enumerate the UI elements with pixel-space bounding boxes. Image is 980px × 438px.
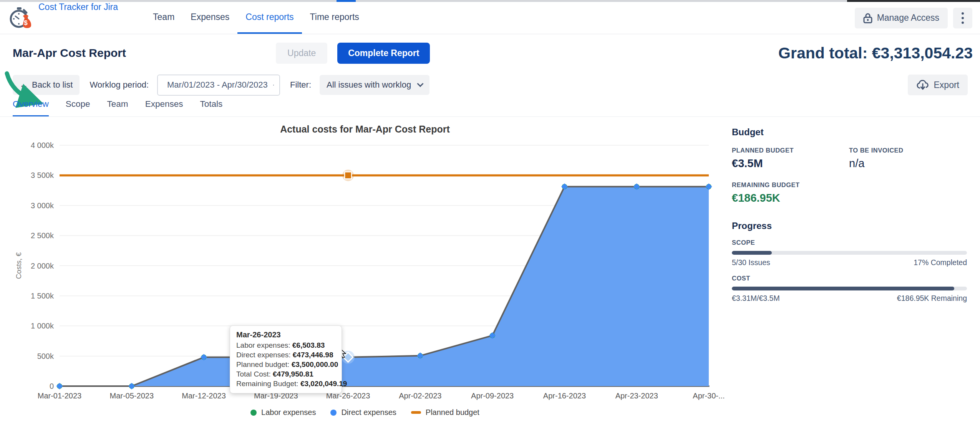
tooltip-row: Planned budget: €3,500,000.00: [236, 360, 335, 369]
nav-time-reports[interactable]: Time reports: [302, 2, 367, 34]
worklog-period-label: Worklog period:: [90, 80, 149, 90]
labor-expenses-dot-icon: [250, 410, 257, 416]
actual-costs-chart[interactable]: 0500k1 000k1 500k2 000k2 500k3 000k3 500…: [0, 138, 730, 405]
complete-report-button[interactable]: Complete Report: [337, 43, 430, 64]
issues-filter-select[interactable]: All issues with worklog: [320, 75, 429, 95]
grand-total: Grand total: €3,313,054.23: [778, 44, 973, 62]
cost-progress-left: €3.31M/€3.5M: [732, 294, 780, 303]
budget-heading: Budget: [732, 127, 973, 138]
svg-text:1 000k: 1 000k: [31, 322, 54, 330]
to-be-invoiced-block: TO BE INVOICED n/a: [849, 147, 973, 170]
filter-label: Filter:: [290, 80, 311, 90]
scope-label: SCOPE: [732, 239, 973, 246]
tooltip-row: Labor expenses: €6,503.83: [236, 340, 335, 350]
export-button[interactable]: Export: [908, 75, 968, 95]
update-button[interactable]: Update: [276, 43, 327, 64]
app-name: Cost Tracker for Jira: [38, 2, 118, 34]
cost-progress-bar: [732, 287, 967, 290]
cost-progress-fill: [732, 287, 954, 290]
svg-text:3 000k: 3 000k: [31, 201, 54, 210]
chart-tooltip: Mar-26-2023 Labor expenses: €6,503.83 Di…: [230, 325, 342, 393]
tooltip-date: Mar-26-2023: [236, 330, 335, 339]
legend-labor-expenses[interactable]: Labor expenses: [250, 408, 316, 417]
header-actions: Manage Access: [855, 2, 980, 34]
svg-text:Apr-16-2023: Apr-16-2023: [543, 392, 586, 400]
to-be-invoiced-label: TO BE INVOICED: [849, 147, 973, 154]
nav-cost-reports[interactable]: Cost reports: [237, 2, 302, 34]
planned-budget-block: PLANNED BUDGET €3.5M: [732, 147, 849, 170]
tab-totals[interactable]: Totals: [200, 99, 222, 117]
scope-progress-fill: [732, 251, 772, 255]
title-row: Mar-Apr Cost Report Update Complete Repo…: [13, 41, 973, 65]
legend-planned-budget[interactable]: Planned budget: [411, 408, 479, 417]
svg-text:Apr-09-2023: Apr-09-2023: [471, 392, 514, 400]
app-logo: $: [0, 2, 32, 34]
nav-expenses[interactable]: Expenses: [182, 2, 237, 34]
cost-progress-block: COST €3.31M/€3.5M €186.95K Remaining: [732, 275, 973, 303]
calendar-icon[interactable]: [273, 80, 274, 90]
tab-overview[interactable]: Overview: [13, 99, 49, 117]
main-nav: Team Expenses Cost reports Time reports: [145, 2, 367, 34]
svg-text:2 000k: 2 000k: [31, 262, 54, 270]
tab-team[interactable]: Team: [107, 99, 128, 117]
cost-chart-section: Actual costs for Mar-Apr Cost Report 050…: [0, 138, 730, 430]
page-title: Mar-Apr Cost Report: [13, 46, 126, 60]
svg-text:Mar-12-2023: Mar-12-2023: [182, 392, 226, 400]
cost-progress-right: €186.95K Remaining: [897, 294, 967, 303]
planned-budget-label: PLANNED BUDGET: [732, 147, 849, 154]
back-to-list-button[interactable]: ← Back to list: [13, 75, 80, 95]
issues-filter-value: All issues with worklog: [327, 80, 411, 90]
manage-access-label: Manage Access: [877, 13, 939, 23]
nav-team[interactable]: Team: [145, 2, 182, 34]
tooltip-row: Total Cost: €479,950.81: [236, 369, 335, 379]
progress-heading: Progress: [732, 221, 973, 231]
tabs-divider: [0, 116, 980, 117]
summary-panel: Budget PLANNED BUDGET €3.5M TO BE INVOIC…: [732, 127, 973, 303]
svg-text:$: $: [24, 19, 28, 27]
planned-budget-value: €3.5M: [732, 157, 849, 170]
cost-label: COST: [732, 275, 973, 282]
app-header: $ Cost Tracker for Jira Team Expenses Co…: [0, 2, 980, 34]
worklog-period-input[interactable]: Mar/01/2023 - Apr/30/2023: [157, 75, 280, 96]
svg-text:Mar-05-2023: Mar-05-2023: [110, 392, 154, 400]
svg-text:4 000k: 4 000k: [31, 141, 54, 149]
more-options-button[interactable]: [953, 8, 972, 28]
svg-text:Apr-23-2023: Apr-23-2023: [615, 392, 658, 400]
scope-progress-left: 5/30 Issues: [732, 258, 770, 267]
planned-budget-dash-icon: [411, 411, 421, 414]
cloud-download-icon: [916, 80, 929, 90]
svg-text:Mar-01-2023: Mar-01-2023: [38, 392, 82, 400]
report-tabs: Overview Scope Team Expenses Totals: [13, 99, 222, 117]
report-toolbar: ← Back to list Worklog period: Mar/01/20…: [13, 74, 973, 96]
chart-title: Actual costs for Mar-Apr Cost Report: [0, 124, 730, 135]
remaining-budget-value: €186.95K: [732, 192, 849, 204]
svg-text:Costs, €: Costs, €: [15, 252, 23, 279]
manage-access-button[interactable]: Manage Access: [855, 8, 948, 28]
chevron-down-icon: [417, 81, 424, 87]
scope-progress-block: SCOPE 5/30 Issues 17% Completed: [732, 239, 973, 267]
scope-progress-right: 17% Completed: [914, 258, 967, 267]
tooltip-row: Remaining Budget: €3,020,049.19: [236, 379, 335, 388]
to-be-invoiced-value: n/a: [849, 157, 973, 170]
svg-text:3 500k: 3 500k: [31, 171, 54, 179]
tooltip-row: Direct expenses: €473,446.98: [236, 350, 335, 360]
svg-text:1 500k: 1 500k: [31, 292, 54, 300]
direct-expenses-dot-icon: [330, 410, 337, 416]
svg-text:Apr-30-...: Apr-30-...: [693, 392, 725, 400]
export-label: Export: [934, 80, 959, 90]
cost-tracker-logo-icon: $: [8, 6, 32, 30]
svg-text:500k: 500k: [37, 352, 54, 360]
tab-expenses[interactable]: Expenses: [145, 99, 183, 117]
remaining-budget-block: REMAINING BUDGET €186.95K: [732, 181, 849, 204]
lock-icon: [863, 13, 872, 23]
svg-text:Apr-02-2023: Apr-02-2023: [399, 392, 441, 400]
legend-direct-expenses[interactable]: Direct expenses: [330, 408, 396, 417]
back-arrow-icon: ←: [20, 80, 28, 90]
budget-grid: PLANNED BUDGET €3.5M TO BE INVOICED n/a …: [732, 147, 973, 204]
tab-scope[interactable]: Scope: [66, 99, 90, 117]
svg-text:2 500k: 2 500k: [31, 231, 54, 240]
kebab-icon: [962, 12, 964, 15]
chart-legend: Labor expenses Direct expenses Planned b…: [0, 408, 730, 417]
remaining-budget-label: REMAINING BUDGET: [732, 181, 849, 189]
back-to-list-label: Back to list: [32, 80, 73, 90]
